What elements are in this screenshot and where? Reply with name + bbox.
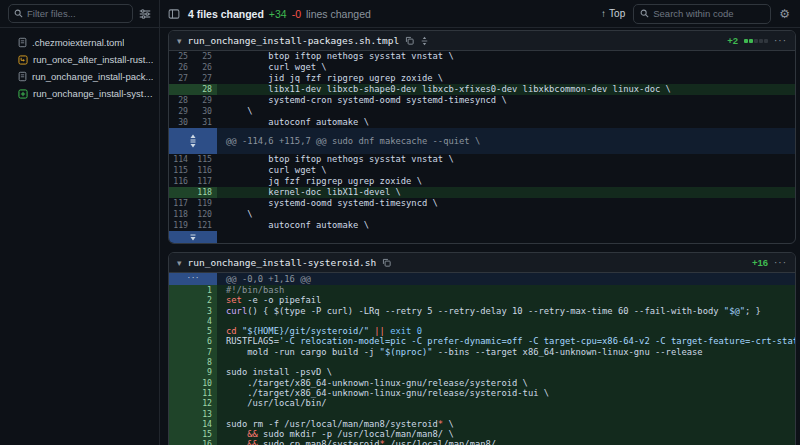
new-line-number[interactable]: 119	[193, 198, 217, 209]
expand-down-button[interactable]	[169, 231, 217, 243]
expand-hunk-buttons[interactable]	[169, 128, 217, 154]
code-line: mold -run cargo build -j "$(nproc)" --bi…	[217, 347, 795, 357]
diff-code-row: 118 kernel-doc libX11-devel \	[169, 187, 795, 198]
old-line-number[interactable]	[169, 347, 193, 357]
old-line-number[interactable]	[169, 316, 193, 326]
old-line-number[interactable]: 118	[169, 209, 193, 220]
code-line: cd "${HOME}/git/systeroid/" || exit 0	[217, 326, 795, 336]
sidebar-file-name: .chezmoiexternal.toml	[32, 37, 124, 48]
new-line-number[interactable]: 28	[193, 84, 217, 95]
diff-code-row: 6RUSTFLAGS='-C relocation-model=pic -C p…	[169, 336, 795, 346]
file-options-kebab-icon[interactable]: ···	[774, 35, 787, 46]
new-line-number[interactable]: 14	[193, 419, 217, 429]
top-label: Top	[609, 8, 625, 19]
old-line-number[interactable]: 30	[169, 117, 193, 128]
sidebar-file-item[interactable]: .chezmoiexternal.toml	[4, 34, 155, 51]
search-icon	[640, 9, 649, 18]
code-segment: RUSTFLAGS=	[226, 336, 279, 346]
old-line-number[interactable]: 27	[169, 73, 193, 84]
new-line-number[interactable]: 13	[193, 409, 217, 419]
new-line-number[interactable]: 29	[193, 95, 217, 106]
code-segment: jq fzf ripgrep ugrep zoxide \	[226, 176, 422, 186]
scroll-to-top-button[interactable]: ↑ Top	[601, 8, 625, 19]
new-line-number[interactable]: 120	[193, 209, 217, 220]
new-line-number[interactable]: 26	[193, 62, 217, 73]
new-line-number[interactable]: 1	[193, 285, 217, 295]
gear-icon[interactable]: ⚙	[779, 8, 790, 20]
old-line-number[interactable]: 119	[169, 220, 193, 231]
diff-file-name[interactable]: run_onchange_install-packages.sh.tmpl	[188, 35, 400, 46]
search-within-code-box[interactable]	[633, 4, 771, 24]
code-segment: ||	[374, 326, 385, 336]
expand-all-icon[interactable]	[420, 36, 429, 46]
new-line-number[interactable]: 5	[193, 326, 217, 336]
expand-hunk-dots[interactable]: ···	[169, 273, 217, 285]
code-segment: autoconf automake \	[226, 117, 369, 127]
old-line-number[interactable]: 116	[169, 176, 193, 187]
file-options-kebab-icon[interactable]: ···	[774, 257, 787, 268]
new-line-number[interactable]: 121	[193, 220, 217, 231]
old-line-number[interactable]	[169, 326, 193, 336]
new-line-number[interactable]: 2	[193, 295, 217, 305]
search-within-code-input[interactable]	[653, 8, 764, 19]
code-segment	[226, 429, 247, 439]
old-line-number[interactable]	[169, 187, 193, 198]
display-options-icon[interactable]	[139, 8, 151, 20]
new-line-number[interactable]: 10	[193, 378, 217, 388]
new-line-number[interactable]: 15	[193, 429, 217, 439]
copy-path-icon[interactable]	[405, 36, 414, 45]
new-line-number[interactable]: 27	[193, 73, 217, 84]
new-line-number[interactable]: 31	[193, 117, 217, 128]
diff-file-name[interactable]: run_onchange_install-systeroid.sh	[188, 257, 377, 268]
old-line-number[interactable]	[169, 285, 193, 295]
old-line-number[interactable]: 29	[169, 106, 193, 117]
copy-path-icon[interactable]	[382, 258, 391, 267]
new-line-number[interactable]: 16	[193, 439, 217, 445]
new-line-number[interactable]: 116	[193, 165, 217, 176]
sidebar-file-item[interactable]: run_once_after_install-rust...	[4, 51, 155, 68]
new-line-number[interactable]: 9	[193, 367, 217, 377]
old-line-number[interactable]: 114	[169, 154, 193, 165]
code-segment: \	[443, 419, 454, 429]
old-line-number[interactable]: 25	[169, 51, 193, 62]
old-line-number[interactable]	[169, 295, 193, 305]
new-line-number[interactable]: 12	[193, 398, 217, 408]
diff-code-row: 10 ./target/x86_64-unknown-linux-gnu/rel…	[169, 378, 795, 388]
new-line-number[interactable]: 11	[193, 388, 217, 398]
new-line-number[interactable]: 118	[193, 187, 217, 198]
old-line-number[interactable]: 28	[169, 95, 193, 106]
new-line-number[interactable]: 30	[193, 106, 217, 117]
old-line-number[interactable]	[169, 409, 193, 419]
old-line-number[interactable]	[169, 429, 193, 439]
old-line-number[interactable]	[169, 357, 193, 367]
new-line-number[interactable]: 6	[193, 336, 217, 346]
new-line-number[interactable]: 117	[193, 176, 217, 187]
new-line-number[interactable]: 25	[193, 51, 217, 62]
sidebar-file-item[interactable]: run_onchange_install-syste...	[4, 85, 155, 102]
old-line-number[interactable]	[169, 388, 193, 398]
filter-files-box[interactable]	[8, 4, 133, 23]
old-line-number[interactable]	[169, 419, 193, 429]
old-line-number[interactable]: 115	[169, 165, 193, 176]
new-line-number[interactable]: 115	[193, 154, 217, 165]
old-line-number[interactable]	[169, 439, 193, 445]
code-line: \	[217, 106, 795, 117]
old-line-number[interactable]	[169, 367, 193, 377]
filter-files-input[interactable]	[27, 8, 127, 19]
new-line-number[interactable]: 3	[193, 306, 217, 316]
old-line-number[interactable]	[169, 84, 193, 95]
old-line-number[interactable]: 117	[169, 198, 193, 209]
collapse-file-chevron-icon[interactable]: ▾	[177, 258, 182, 268]
file-tree-toggle-icon[interactable]	[168, 8, 180, 20]
old-line-number[interactable]	[169, 398, 193, 408]
old-line-number[interactable]: 26	[169, 62, 193, 73]
old-line-number[interactable]	[169, 378, 193, 388]
collapse-file-chevron-icon[interactable]: ▾	[177, 36, 182, 46]
sidebar-file-item[interactable]: run_onchange_install-pack...	[4, 68, 155, 85]
new-line-number[interactable]: 4	[193, 316, 217, 326]
new-line-number[interactable]: 8	[193, 357, 217, 367]
new-line-number[interactable]: 7	[193, 347, 217, 357]
old-line-number[interactable]	[169, 336, 193, 346]
hunk-header-text: @@ -114,6 +115,7 @@ sudo dnf makecache -…	[217, 128, 795, 154]
old-line-number[interactable]	[169, 306, 193, 316]
